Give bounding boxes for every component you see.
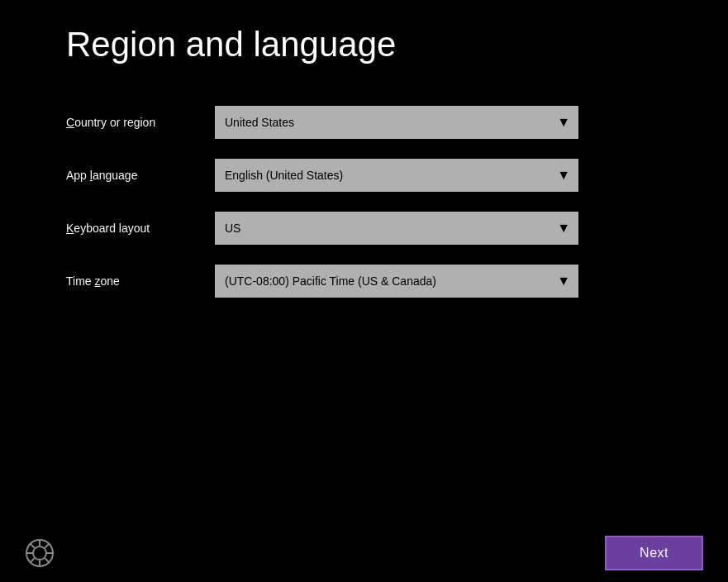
keyboard-layout-label: Keyboard layout <box>66 222 198 235</box>
settings-form: Country or region United States United K… <box>66 106 578 298</box>
windows-logo-icon <box>25 538 55 568</box>
keyboard-layout-row: Keyboard layout US US International UK G… <box>66 212 578 245</box>
bottom-bar: Next <box>0 524 728 582</box>
country-region-select-wrapper: United States United Kingdom Canada Aust… <box>215 106 578 139</box>
next-button[interactable]: Next <box>605 536 703 570</box>
page-container: Region and language Country or region Un… <box>0 0 728 582</box>
svg-line-9 <box>30 558 35 563</box>
time-zone-label: Time zone <box>66 274 198 288</box>
app-language-select[interactable]: English (United States) English (United … <box>215 159 578 192</box>
svg-point-1 <box>33 546 46 560</box>
country-region-select[interactable]: United States United Kingdom Canada Aust… <box>215 106 578 139</box>
time-zone-row: Time zone (UTC-08:00) Pacific Time (US &… <box>66 265 578 298</box>
app-language-row: App language English (United States) Eng… <box>66 159 578 192</box>
time-zone-select[interactable]: (UTC-08:00) Pacific Time (US & Canada) (… <box>215 265 578 298</box>
page-title: Region and language <box>66 25 662 64</box>
app-language-select-wrapper: English (United States) English (United … <box>215 159 578 192</box>
country-region-label: Country or region <box>66 116 198 129</box>
svg-line-6 <box>30 543 35 548</box>
keyboard-layout-select[interactable]: US US International UK German French Spa… <box>215 212 578 245</box>
app-language-label: App language <box>66 169 198 182</box>
country-region-row: Country or region United States United K… <box>66 106 578 139</box>
time-zone-select-wrapper: (UTC-08:00) Pacific Time (US & Canada) (… <box>215 265 578 298</box>
svg-line-7 <box>45 558 50 563</box>
svg-line-8 <box>45 543 50 548</box>
keyboard-layout-select-wrapper: US US International UK German French Spa… <box>215 212 578 245</box>
